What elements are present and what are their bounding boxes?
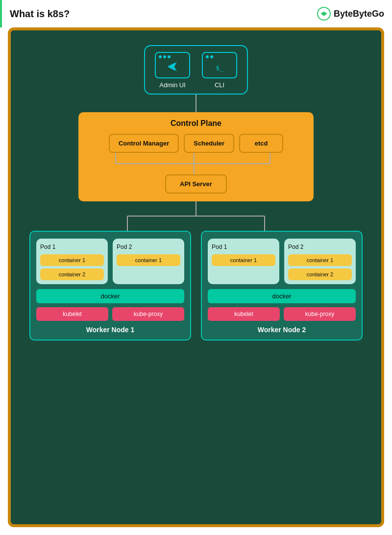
window-dots [159, 55, 171, 58]
node1-pod1-container1: container 1 [40, 254, 104, 266]
api-server-box: API Server [165, 174, 227, 194]
node1-kubelet: kubelet [36, 307, 108, 321]
pod2-node1: Pod 2 container 1 [113, 239, 184, 284]
worker-node-1-title: Worker Node 1 [36, 326, 184, 334]
pod1-node1-label: Pod 1 [40, 243, 104, 250]
admin-ui-item: ⮜ Admin UI [155, 52, 190, 89]
api-server-row: API Server [86, 174, 306, 194]
cli-dot2 [210, 55, 213, 58]
node2-pod2-container1: container 1 [288, 254, 352, 266]
node2-pod1-container1: container 1 [212, 254, 275, 266]
scheduler-box: Scheduler [184, 134, 234, 153]
page-title: What is k8s? [10, 8, 70, 20]
diagram-area: ⮜ Admin UI $_ CLI [8, 27, 384, 527]
api-workers-connector [59, 201, 333, 231]
node2-kubelet: kubelet [208, 307, 280, 321]
node1-pod1-container2: container 2 [40, 268, 104, 280]
node2-kube-row: kubelet kube-proxy [208, 307, 356, 321]
cli-prompt: $_ [216, 64, 223, 72]
cli-label: CLI [215, 81, 224, 89]
admin-ui-icon: ⮜ [155, 52, 190, 78]
node2-kube-proxy: kube-proxy [284, 307, 356, 321]
pods-row-1: Pod 1 container 1 container 2 Pod 2 cont… [36, 239, 184, 284]
dot3 [168, 55, 171, 58]
node1-pod2-container1: container 1 [117, 254, 180, 266]
etcd-box: etcd [239, 134, 283, 153]
node1-docker: docker [36, 289, 184, 303]
diagram-inner: ⮜ Admin UI $_ CLI [21, 40, 371, 514]
cp-connectors [86, 153, 307, 174]
worker-node-2: Pod 1 container 1 Pod 2 container 1 cont… [201, 231, 363, 340]
connector-admin-cp [195, 95, 197, 112]
pod1-node2: Pod 1 container 1 [208, 239, 279, 284]
logo-text: ByteByteGo [334, 9, 384, 19]
pod2-node2: Pod 2 container 1 container 2 [284, 239, 356, 284]
admin-cli-section: ⮜ Admin UI $_ CLI [144, 45, 248, 95]
pods-row-2: Pod 1 container 1 Pod 2 container 1 cont… [208, 239, 356, 284]
admin-cli-box: ⮜ Admin UI $_ CLI [144, 45, 248, 95]
dot2 [163, 55, 166, 58]
cli-dot1 [206, 55, 209, 58]
logo: ByteByteGo [317, 7, 384, 21]
workers-row: Pod 1 container 1 container 2 Pod 2 cont… [21, 231, 371, 340]
cli-item: $_ CLI [202, 52, 237, 89]
cursor-icon: ⮜ [167, 61, 178, 74]
pod2-node2-label: Pod 2 [288, 243, 352, 250]
control-plane: Control Plane Control Manager Scheduler … [78, 112, 314, 201]
worker-node-1: Pod 1 container 1 container 2 Pod 2 cont… [29, 231, 191, 340]
admin-ui-label: Admin UI [159, 81, 185, 89]
worker-node-2-title: Worker Node 2 [208, 326, 356, 334]
logo-icon [317, 7, 331, 21]
dot1 [159, 55, 162, 58]
pod1-node1: Pod 1 container 1 container 2 [36, 239, 108, 284]
control-plane-title: Control Plane [86, 119, 306, 128]
cli-icon: $_ [202, 52, 237, 78]
node1-kube-row: kubelet kube-proxy [36, 307, 184, 321]
pod1-node2-label: Pod 1 [212, 243, 275, 250]
control-manager-box: Control Manager [109, 134, 179, 153]
header: What is k8s? ByteByteGo [0, 0, 392, 27]
node2-pod2-container2: container 2 [288, 268, 352, 280]
pod2-node1-label: Pod 2 [117, 243, 180, 250]
cli-dots [206, 55, 213, 58]
node2-docker: docker [208, 289, 356, 303]
node1-kube-proxy: kube-proxy [112, 307, 184, 321]
cp-top-row: Control Manager Scheduler etcd [86, 134, 306, 153]
